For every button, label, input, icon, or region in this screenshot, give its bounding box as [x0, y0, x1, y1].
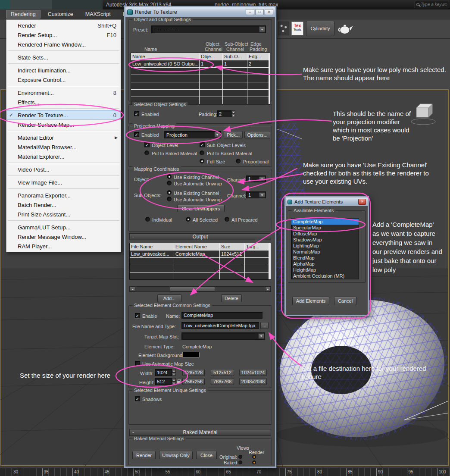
original-views-radio[interactable] — [238, 455, 242, 459]
table-cell[interactable] — [174, 265, 219, 272]
menu-item-render-setup[interactable]: Render Setup...F10 — [6, 30, 121, 40]
menu-item-video-post[interactable]: Video Post... — [6, 165, 121, 174]
size-1024-button[interactable]: 1024x1024 — [239, 369, 267, 376]
objects-table[interactable]: Name Obje... Sub-O... Edg... Low_untweak… — [131, 53, 270, 104]
table-cell[interactable] — [131, 90, 199, 97]
browse-file-button[interactable]: ... — [260, 322, 269, 329]
ate-dialog-titlebar[interactable]: Add Texture Elements ✕ — [286, 197, 368, 206]
available-elements-list[interactable]: CompleteMap SpecularMap DiffuseMap Shado… — [291, 218, 359, 279]
original-render-radio[interactable] — [252, 455, 256, 459]
table-cell[interactable] — [130, 258, 174, 265]
options-button[interactable]: Options... — [244, 131, 270, 138]
table-cell[interactable] — [223, 97, 247, 104]
subobject-use-automatic-unwrap-radio[interactable] — [167, 197, 172, 201]
scroll-right-icon[interactable]: ► — [265, 287, 271, 291]
table-cell[interactable] — [200, 68, 222, 75]
pick-button[interactable]: Pick... — [224, 131, 243, 138]
table-cell[interactable] — [247, 82, 269, 89]
table-cell[interactable] — [174, 272, 219, 279]
menu-item-material-explorer[interactable]: Material Explorer... — [6, 152, 121, 161]
target-map-slot-dropdown[interactable]: ▼ — [181, 332, 265, 340]
table-cell[interactable] — [223, 75, 247, 82]
subobject-channel-dropdown[interactable]: 1 ▼ — [246, 191, 266, 198]
table-cell-file[interactable]: Low_untweaked... — [130, 251, 174, 257]
menu-item-gamma-lut-setup[interactable]: Gamma/LUT Setup... — [6, 222, 121, 232]
menu-item-indirect-illumination[interactable]: Indirect Illumination... — [6, 66, 121, 75]
table-cell[interactable] — [223, 68, 247, 75]
subobject-use-existing-channel-radio[interactable] — [167, 190, 172, 195]
size-256-button[interactable]: 256x256 — [182, 378, 205, 385]
toolbar-icon[interactable] — [278, 22, 289, 35]
object-use-existing-channel-radio[interactable] — [167, 174, 172, 179]
file-name-input[interactable]: Low_untweakedCompleteMap.tga — [181, 322, 259, 329]
help-search[interactable] — [415, 1, 449, 8]
size-512-button[interactable]: 512x512 — [211, 369, 234, 376]
cancel-button[interactable]: Cancel — [334, 297, 356, 305]
table-cell[interactable] — [245, 258, 269, 265]
table-cell[interactable] — [220, 265, 244, 272]
shadows-checkbox[interactable]: ✓ — [135, 396, 140, 401]
menu-item-print-size-assistant[interactable]: Print Size Assistant... — [6, 210, 121, 219]
menu-item-render[interactable]: RenderShift+Q — [6, 21, 121, 30]
table-cell[interactable]: 1 — [223, 60, 247, 67]
table-cell[interactable] — [247, 97, 269, 104]
list-item-diffusemap[interactable]: DiffuseMap — [291, 231, 359, 237]
menu-item-environment[interactable]: Environment...8 — [6, 88, 121, 97]
add-element-button[interactable]: Add... — [157, 294, 181, 302]
menu-item-batch-render[interactable]: Batch Render... — [6, 200, 121, 210]
element-background-swatch[interactable] — [182, 352, 200, 357]
table-cell[interactable] — [247, 75, 269, 82]
list-item-lightingmap[interactable]: LightingMap — [291, 243, 359, 249]
delete-element-button[interactable]: Delete — [221, 294, 242, 302]
proportional-radio[interactable] — [236, 159, 241, 163]
table-cell[interactable] — [223, 82, 247, 89]
minimize-button[interactable]: – — [246, 9, 254, 15]
menu-item-render-surface-map[interactable]: Render Surface Map... — [6, 120, 121, 129]
output-rollup[interactable]: - Output — [129, 233, 271, 240]
output-table[interactable]: File Name Element Name Size Targ... Low_… — [129, 243, 271, 280]
scroll-left-icon[interactable]: ◄ — [130, 287, 135, 291]
projection-enabled-checkbox[interactable]: ✓ — [134, 132, 139, 137]
timeline-track[interactable]: 30 35 40 45 50 55 60 65 70 75 80 85 90 9… — [0, 468, 450, 476]
close-button[interactable]: ✕ — [358, 199, 366, 205]
size-128-button[interactable]: 128x128 — [182, 369, 205, 376]
render-teapot-icon[interactable] — [337, 22, 353, 35]
width-spinner[interactable]: 1024 — [155, 369, 172, 376]
close-dialog-button[interactable]: Close — [196, 451, 217, 459]
enabled-checkbox[interactable]: ✓ — [134, 111, 139, 116]
unwrap-only-button[interactable]: Unwrap Only — [159, 451, 193, 459]
sub-object-levels-checkbox[interactable]: ✓ — [200, 142, 205, 147]
table-cell[interactable] — [131, 68, 199, 75]
size-2048-button[interactable]: 2048x2048 — [239, 378, 267, 385]
spin-up-icon[interactable]: ▲ — [172, 369, 176, 373]
menu-item-view-image-file[interactable]: View Image File... — [6, 178, 121, 187]
table-cell[interactable] — [220, 272, 244, 279]
table-header[interactable]: Element Name — [174, 243, 219, 250]
output-horizontal-scrollbar[interactable]: ◄ ► — [129, 286, 271, 292]
table-cell[interactable] — [245, 272, 269, 279]
table-cell-element[interactable]: CompleteMap — [174, 251, 219, 257]
list-item-blendmap[interactable]: BlendMap — [291, 255, 359, 261]
object-level-checkbox[interactable]: ✓ — [144, 142, 150, 147]
individual-radio[interactable] — [145, 217, 150, 222]
search-input[interactable] — [421, 2, 447, 7]
size-768-button[interactable]: 768x768 — [211, 378, 234, 385]
table-header[interactable]: Sub-O... — [223, 53, 247, 60]
table-cell[interactable] — [130, 265, 174, 272]
maximize-button[interactable]: □ — [255, 9, 264, 15]
table-cell[interactable] — [130, 272, 174, 279]
put-to-baked-material-radio-2[interactable] — [200, 150, 204, 155]
table-cell[interactable]: 2 — [247, 60, 269, 67]
scrollbar-thumb[interactable] — [170, 287, 215, 291]
table-cell[interactable] — [174, 258, 219, 265]
table-cell[interactable] — [200, 97, 222, 104]
preset-dropdown[interactable]: ---------------- ▼ — [151, 25, 266, 33]
table-cell[interactable] — [131, 82, 199, 89]
list-item-alphamap[interactable]: AlphaMap — [291, 261, 359, 267]
table-header[interactable]: Name — [131, 53, 199, 60]
cylindrify-button[interactable]: Cylindrify — [306, 21, 334, 36]
list-item-completemap[interactable]: CompleteMap — [291, 219, 359, 225]
enable-checkbox[interactable]: ✓ — [135, 313, 140, 318]
spin-down-icon[interactable]: ▼ — [172, 373, 176, 376]
projection-modifier-dropdown[interactable]: Projection ▼ — [164, 131, 221, 138]
